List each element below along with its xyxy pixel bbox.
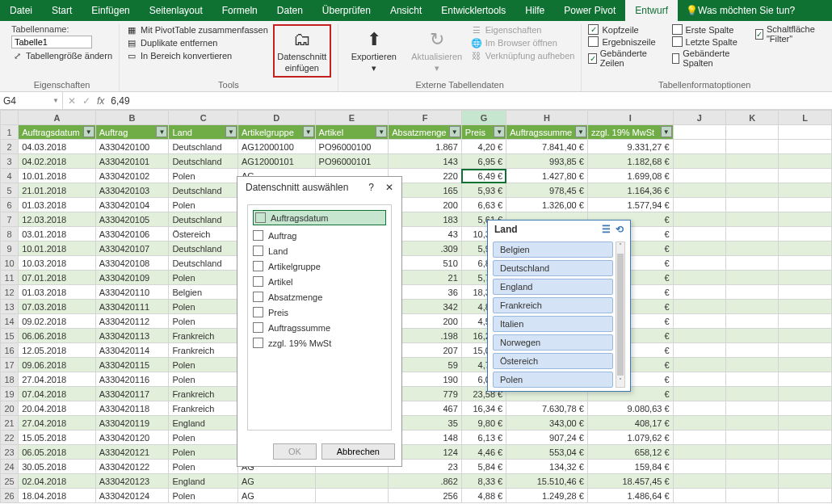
cell[interactable]: A330420104 — [95, 198, 169, 212]
cell[interactable]: A330420112 — [95, 314, 169, 329]
table-header[interactable]: Auftragsdatum▼ — [19, 125, 96, 140]
row-header-18[interactable]: 18 — [1, 372, 19, 387]
slicer-scrollbar[interactable]: ˄ ˅ — [616, 242, 625, 388]
cell[interactable]: Polen — [169, 358, 238, 372]
row-header-6[interactable]: 6 — [1, 198, 19, 212]
cell[interactable]: 6,95 € — [461, 154, 506, 169]
table-row[interactable]: 803.01.2018A330420106ÖstereichAG4310,37 … — [1, 227, 832, 242]
table-row[interactable]: 521.01.2018A330420103DeutschlandAG1655,9… — [1, 183, 832, 198]
scroll-down-icon[interactable]: ˅ — [616, 377, 624, 387]
cell[interactable]: PO96000100 — [315, 140, 389, 154]
row-header-23[interactable]: 23 — [1, 445, 19, 460]
cell[interactable]: Polen — [169, 460, 238, 474]
slicer-item[interactable]: Polen — [493, 372, 613, 388]
cell[interactable]: A330420122 — [95, 460, 169, 474]
table-row[interactable]: 2618.04.2018A330420124PolenAG2564,88 €1.… — [1, 489, 832, 503]
col-header-I[interactable]: I — [587, 111, 673, 125]
cell[interactable]: Polen — [169, 300, 238, 314]
cell[interactable]: A330420103 — [95, 183, 169, 198]
tab-überprüfen[interactable]: Überprüfen — [313, 0, 380, 21]
row-header-20[interactable]: 20 — [1, 401, 19, 416]
row-header-9[interactable]: 9 — [1, 242, 19, 256]
cell[interactable]: A330420111 — [95, 300, 169, 314]
tab-einfügen[interactable]: Einfügen — [82, 0, 139, 21]
table-row[interactable]: 1201.03.2018A330420110BelgienAG3618,32 €… — [1, 285, 832, 300]
table-row[interactable]: 2215.05.2018A330420120PolenAG1486,13 €90… — [1, 430, 832, 445]
cell[interactable]: A330420100 — [95, 140, 169, 154]
chk-last-col[interactable]: Letzte Spalte — [672, 36, 739, 47]
slicer-option[interactable]: Auftragsdatum — [253, 210, 386, 225]
cell[interactable]: 12.05.2018 — [19, 343, 96, 358]
cell[interactable]: 07.04.2018 — [19, 387, 96, 401]
table-row[interactable]: 1827.04.2018A330420116PolenAG1906,07 €€ — [1, 372, 832, 387]
cell[interactable]: A330420106 — [95, 227, 169, 242]
chk-header-row[interactable]: ✓Kopfzeile — [588, 24, 655, 35]
cell[interactable]: 256 — [389, 489, 462, 503]
col-header-C[interactable]: C — [169, 111, 238, 125]
cell[interactable]: 9.331,27 € — [587, 140, 673, 154]
cell[interactable]: 06.05.2018 — [19, 445, 96, 460]
cell[interactable]: 7.630,78 € — [506, 401, 588, 416]
filter-dropdown-icon[interactable]: ▼ — [83, 126, 95, 137]
table-row[interactable]: 712.03.2018A330420105DeutschlandAG1835,6… — [1, 212, 832, 227]
cell[interactable]: 343,00 € — [506, 416, 588, 430]
fx-icon[interactable]: fx — [97, 95, 104, 107]
cell[interactable]: 6,49 € — [461, 169, 506, 183]
cell[interactable]: 408,17 € — [587, 416, 673, 430]
cell[interactable]: 18.457,45 € — [587, 474, 673, 489]
table-row[interactable]: 1409.02.2018A330420112PolenAG2004,56 €€ — [1, 314, 832, 329]
cell[interactable]: 1.867 — [389, 140, 462, 154]
row-header-2[interactable]: 2 — [1, 140, 19, 154]
row-header-15[interactable]: 15 — [1, 329, 19, 343]
checkbox-icon[interactable] — [255, 212, 266, 223]
cell[interactable]: 01.03.2018 — [19, 285, 96, 300]
cell[interactable]: 159,84 € — [587, 460, 673, 474]
chk-first-col[interactable]: Erste Spalte — [672, 24, 739, 35]
cell[interactable]: 4,88 € — [461, 489, 506, 503]
cell[interactable]: 1.427,80 € — [506, 169, 588, 183]
multi-select-icon[interactable]: ☰ — [602, 224, 611, 235]
cell[interactable]: 15.05.2018 — [19, 430, 96, 445]
table-row[interactable]: 2020.04.2018A330420118FrankreichAG46716,… — [1, 401, 832, 416]
tab-entwicklertools[interactable]: Entwicklertools — [431, 0, 515, 21]
tab-hilfe[interactable]: Hilfe — [515, 0, 554, 21]
cell[interactable]: 27.04.2018 — [19, 416, 96, 430]
cell[interactable]: A330420124 — [95, 489, 169, 503]
cell[interactable]: 1.699,08 € — [587, 169, 673, 183]
cell[interactable]: 1.164,36 € — [587, 183, 673, 198]
col-header-K[interactable]: K — [726, 111, 779, 125]
pivot-summary-button[interactable]: ▦Mit PivotTable zusammenfassen — [126, 24, 268, 36]
cell[interactable]: 15.510,46 € — [506, 474, 588, 489]
cell[interactable] — [315, 474, 389, 489]
col-header-E[interactable]: E — [315, 111, 389, 125]
cell[interactable]: 09.06.2018 — [19, 358, 96, 372]
row-header-4[interactable]: 4 — [1, 169, 19, 183]
filter-dropdown-icon[interactable]: ▼ — [449, 126, 460, 137]
cell[interactable]: PO96000101 — [315, 154, 389, 169]
ok-button[interactable]: OK — [273, 443, 317, 460]
table-row[interactable]: 410.01.2018A330420102PolenAG2206,49 €1.4… — [1, 169, 832, 183]
checkbox-icon[interactable] — [253, 276, 263, 287]
table-header[interactable]: Land▼ — [169, 125, 238, 140]
tab-ansicht[interactable]: Ansicht — [380, 0, 431, 21]
col-header-D[interactable]: D — [237, 111, 315, 125]
cell[interactable]: 5,84 € — [461, 460, 506, 474]
cell[interactable]: Belgien — [169, 285, 238, 300]
cell[interactable]: A330420117 — [95, 387, 169, 401]
cell[interactable]: Polen — [169, 198, 238, 212]
cell[interactable]: A330420102 — [95, 169, 169, 183]
table-row[interactable]: 1010.03.2018A330420108DeutschlandAG5106,… — [1, 256, 832, 271]
checkbox-icon[interactable] — [253, 292, 263, 302]
cell[interactable]: 06.06.2018 — [19, 329, 96, 343]
cell[interactable]: 09.02.2018 — [19, 314, 96, 329]
row-header-12[interactable]: 12 — [1, 285, 19, 300]
cell[interactable]: AG — [237, 474, 315, 489]
checkbox-icon[interactable] — [253, 307, 263, 317]
cell[interactable]: A330420107 — [95, 242, 169, 256]
cell[interactable]: A330420113 — [95, 329, 169, 343]
tab-datei[interactable]: Datei — [0, 0, 42, 21]
slicer-option[interactable]: Auftrag — [253, 230, 386, 241]
cell[interactable]: 9.080,63 € — [587, 401, 673, 416]
cell[interactable]: 553,04 € — [506, 445, 588, 460]
cell[interactable]: Polen — [169, 372, 238, 387]
